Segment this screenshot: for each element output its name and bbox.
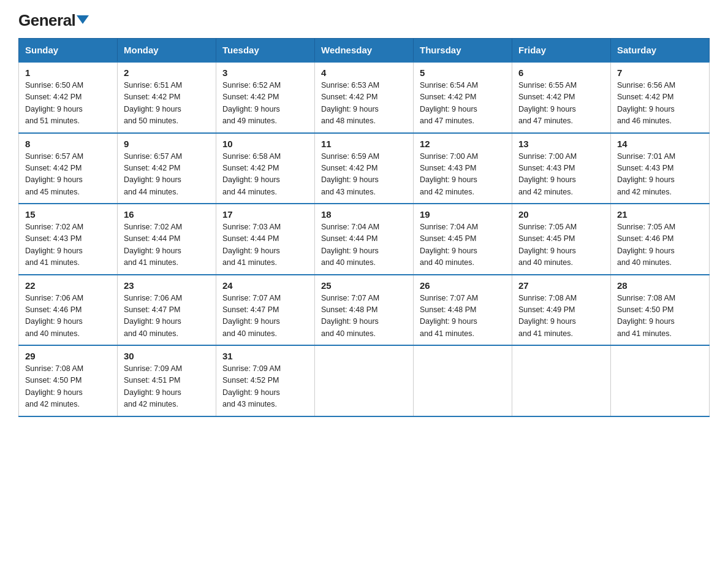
day-number: 13 <box>518 139 604 149</box>
day-info: Sunrise: 7:07 AMSunset: 4:48 PMDaylight:… <box>420 294 478 338</box>
calendar-week-row: 22 Sunrise: 7:06 AMSunset: 4:46 PMDaylig… <box>19 275 710 346</box>
day-number: 21 <box>617 209 703 220</box>
day-info: Sunrise: 7:00 AMSunset: 4:43 PMDaylight:… <box>518 152 577 196</box>
day-number: 25 <box>321 280 407 291</box>
calendar-cell: 24 Sunrise: 7:07 AMSunset: 4:47 PMDaylig… <box>216 275 315 346</box>
calendar-week-row: 8 Sunrise: 6:57 AMSunset: 4:42 PMDayligh… <box>19 133 710 204</box>
day-number: 31 <box>222 351 308 361</box>
day-number: 12 <box>420 139 506 149</box>
day-number: 10 <box>222 139 308 149</box>
day-info: Sunrise: 6:57 AMSunset: 4:42 PMDaylight:… <box>124 152 182 196</box>
day-info: Sunrise: 7:02 AMSunset: 4:44 PMDaylight:… <box>124 223 182 267</box>
calendar-cell: 3 Sunrise: 6:52 AMSunset: 4:42 PMDayligh… <box>216 62 315 133</box>
calendar-cell: 9 Sunrise: 6:57 AMSunset: 4:42 PMDayligh… <box>118 133 216 204</box>
calendar-cell: 29 Sunrise: 7:08 AMSunset: 4:50 PMDaylig… <box>19 345 118 416</box>
calendar-cell <box>414 345 512 416</box>
day-number: 20 <box>518 209 604 220</box>
day-number: 17 <box>222 209 308 220</box>
day-number: 6 <box>518 67 604 78</box>
calendar-week-row: 29 Sunrise: 7:08 AMSunset: 4:50 PMDaylig… <box>19 345 710 416</box>
day-number: 28 <box>617 280 703 291</box>
day-info: Sunrise: 6:56 AMSunset: 4:42 PMDaylight:… <box>617 81 675 125</box>
day-info: Sunrise: 7:05 AMSunset: 4:46 PMDaylight:… <box>617 223 675 267</box>
header-wednesday: Wednesday <box>315 39 414 63</box>
calendar-cell <box>611 345 710 416</box>
page-header: General <box>18 12 710 27</box>
calendar-cell: 2 Sunrise: 6:51 AMSunset: 4:42 PMDayligh… <box>118 62 216 133</box>
logo-top: General <box>18 12 89 28</box>
calendar-cell: 15 Sunrise: 7:02 AMSunset: 4:43 PMDaylig… <box>19 204 118 275</box>
calendar-cell: 10 Sunrise: 6:58 AMSunset: 4:42 PMDaylig… <box>216 133 315 204</box>
calendar-cell: 13 Sunrise: 7:00 AMSunset: 4:43 PMDaylig… <box>512 133 611 204</box>
calendar-cell: 12 Sunrise: 7:00 AMSunset: 4:43 PMDaylig… <box>414 133 512 204</box>
calendar-cell: 27 Sunrise: 7:08 AMSunset: 4:49 PMDaylig… <box>512 275 611 346</box>
day-number: 19 <box>420 209 506 220</box>
calendar-cell <box>512 345 611 416</box>
day-info: Sunrise: 6:53 AMSunset: 4:42 PMDaylight:… <box>321 81 379 125</box>
calendar-cell: 5 Sunrise: 6:54 AMSunset: 4:42 PMDayligh… <box>414 62 512 133</box>
day-number: 4 <box>321 67 407 78</box>
day-info: Sunrise: 6:58 AMSunset: 4:42 PMDaylight:… <box>222 152 281 196</box>
calendar-cell: 11 Sunrise: 6:59 AMSunset: 4:42 PMDaylig… <box>315 133 414 204</box>
calendar-cell: 26 Sunrise: 7:07 AMSunset: 4:48 PMDaylig… <box>414 275 512 346</box>
day-info: Sunrise: 7:07 AMSunset: 4:47 PMDaylight:… <box>222 294 281 338</box>
calendar-cell: 30 Sunrise: 7:09 AMSunset: 4:51 PMDaylig… <box>118 345 216 416</box>
header-friday: Friday <box>512 39 611 63</box>
logo-triangle-icon <box>77 15 89 24</box>
day-info: Sunrise: 7:02 AMSunset: 4:43 PMDaylight:… <box>25 223 83 267</box>
calendar-cell: 28 Sunrise: 7:08 AMSunset: 4:50 PMDaylig… <box>611 275 710 346</box>
calendar-header-row: SundayMondayTuesdayWednesdayThursdayFrid… <box>19 39 710 63</box>
day-number: 22 <box>25 280 111 291</box>
day-number: 15 <box>25 209 111 220</box>
day-number: 18 <box>321 209 407 220</box>
day-number: 11 <box>321 139 407 149</box>
day-info: Sunrise: 7:07 AMSunset: 4:48 PMDaylight:… <box>321 294 379 338</box>
day-info: Sunrise: 6:57 AMSunset: 4:42 PMDaylight:… <box>25 152 83 196</box>
calendar-cell: 21 Sunrise: 7:05 AMSunset: 4:46 PMDaylig… <box>611 204 710 275</box>
calendar-cell: 18 Sunrise: 7:04 AMSunset: 4:44 PMDaylig… <box>315 204 414 275</box>
day-number: 30 <box>124 351 210 361</box>
day-number: 2 <box>124 67 210 78</box>
header-monday: Monday <box>118 39 216 63</box>
day-number: 29 <box>25 351 111 361</box>
day-info: Sunrise: 7:00 AMSunset: 4:43 PMDaylight:… <box>420 152 478 196</box>
day-number: 14 <box>617 139 703 149</box>
day-number: 3 <box>222 67 308 78</box>
day-info: Sunrise: 7:09 AMSunset: 4:51 PMDaylight:… <box>124 364 182 408</box>
calendar-cell: 22 Sunrise: 7:06 AMSunset: 4:46 PMDaylig… <box>19 275 118 346</box>
day-info: Sunrise: 7:04 AMSunset: 4:44 PMDaylight:… <box>321 223 379 267</box>
header-saturday: Saturday <box>611 39 710 63</box>
day-info: Sunrise: 7:05 AMSunset: 4:45 PMDaylight:… <box>518 223 577 267</box>
day-info: Sunrise: 6:51 AMSunset: 4:42 PMDaylight:… <box>124 81 182 125</box>
day-number: 8 <box>25 139 111 149</box>
calendar-cell: 1 Sunrise: 6:50 AMSunset: 4:42 PMDayligh… <box>19 62 118 133</box>
calendar-cell: 6 Sunrise: 6:55 AMSunset: 4:42 PMDayligh… <box>512 62 611 133</box>
day-number: 9 <box>124 139 210 149</box>
calendar-cell: 8 Sunrise: 6:57 AMSunset: 4:42 PMDayligh… <box>19 133 118 204</box>
day-info: Sunrise: 7:06 AMSunset: 4:46 PMDaylight:… <box>25 294 83 338</box>
day-info: Sunrise: 7:08 AMSunset: 4:50 PMDaylight:… <box>617 294 675 338</box>
day-info: Sunrise: 7:06 AMSunset: 4:47 PMDaylight:… <box>124 294 182 338</box>
day-number: 27 <box>518 280 604 291</box>
header-tuesday: Tuesday <box>216 39 315 63</box>
day-info: Sunrise: 6:50 AMSunset: 4:42 PMDaylight:… <box>25 81 83 125</box>
day-info: Sunrise: 7:09 AMSunset: 4:52 PMDaylight:… <box>222 364 281 408</box>
header-sunday: Sunday <box>19 39 118 63</box>
calendar-cell: 16 Sunrise: 7:02 AMSunset: 4:44 PMDaylig… <box>118 204 216 275</box>
calendar-cell: 25 Sunrise: 7:07 AMSunset: 4:48 PMDaylig… <box>315 275 414 346</box>
day-info: Sunrise: 6:55 AMSunset: 4:42 PMDaylight:… <box>518 81 577 125</box>
calendar-cell: 23 Sunrise: 7:06 AMSunset: 4:47 PMDaylig… <box>118 275 216 346</box>
calendar-cell: 20 Sunrise: 7:05 AMSunset: 4:45 PMDaylig… <box>512 204 611 275</box>
day-info: Sunrise: 7:08 AMSunset: 4:49 PMDaylight:… <box>518 294 577 338</box>
day-number: 1 <box>25 67 111 78</box>
calendar-cell: 4 Sunrise: 6:53 AMSunset: 4:42 PMDayligh… <box>315 62 414 133</box>
day-number: 26 <box>420 280 506 291</box>
calendar-cell: 17 Sunrise: 7:03 AMSunset: 4:44 PMDaylig… <box>216 204 315 275</box>
day-info: Sunrise: 7:04 AMSunset: 4:45 PMDaylight:… <box>420 223 478 267</box>
calendar-week-row: 1 Sunrise: 6:50 AMSunset: 4:42 PMDayligh… <box>19 62 710 133</box>
day-number: 16 <box>124 209 210 220</box>
calendar-cell: 31 Sunrise: 7:09 AMSunset: 4:52 PMDaylig… <box>216 345 315 416</box>
day-info: Sunrise: 7:08 AMSunset: 4:50 PMDaylight:… <box>25 364 83 408</box>
logo: General <box>18 12 89 27</box>
calendar-cell: 19 Sunrise: 7:04 AMSunset: 4:45 PMDaylig… <box>414 204 512 275</box>
